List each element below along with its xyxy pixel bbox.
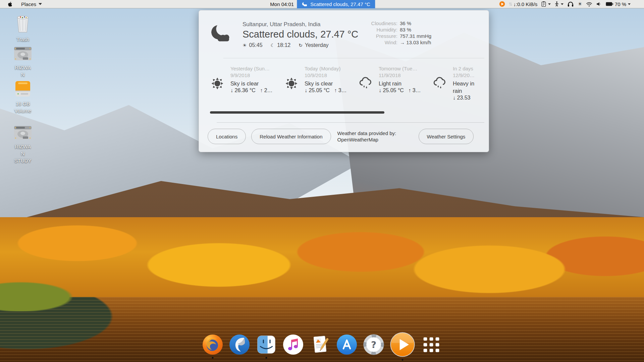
battery-menu[interactable]: 70 % [606,1,631,7]
trash-icon [14,15,32,34]
dock-item-firefox[interactable] [202,335,223,356]
dock-item-media-player[interactable] [390,333,415,358]
detail-value: → 13.03 km/h [400,40,431,46]
forecast-day-label: In 2 days [453,65,482,72]
forecast-day-today: Today (Monday) 10/9/2018 Sky is clear ↓ … [284,65,358,110]
accessibility-menu[interactable] [554,1,564,7]
popup-footer: Locations Reload Weather Information Wea… [208,128,485,144]
locations-button[interactable]: Locations [208,129,246,144]
forecast-row: Yesterday (Sun… 9/9/2018 Sky is clear ↓ … [210,65,489,110]
last-refresh-label: Yesterday [305,42,329,48]
forecast-day-label: Tomorrow (Tue… [379,65,421,72]
desktop-icon-label: Trash [16,36,29,43]
forecast-day-yesterday: Yesterday (Sun… 9/9/2018 Sky is clear ↓ … [210,65,284,110]
net-speed-indicator[interactable]: ⇅ ↓:0.0 KiB/s [509,1,538,7]
clipboard-menu[interactable] [541,1,551,7]
detail-value: 757.31 mmHg [400,33,431,39]
finder-icon [256,335,276,356]
desktop-icon-label: RIZWA [14,143,32,150]
detail-label: Cloudiness: [346,20,397,26]
provider-credit: Weather data provided by: OpenWeatherMap [337,130,419,143]
music-icon [282,334,304,357]
detail-label: Wind: [346,40,397,46]
forecast-condition: Sky is clear [230,80,273,87]
sun-times-row: ☀ 05:45 ☾ 18:12 ↻ Yesterday [243,42,358,48]
forecast-date: 11/9/2018 [379,72,421,79]
desktop-icon-rizwan[interactable]: RIZWA N [5,46,41,78]
media-indicator-icon[interactable] [499,1,505,7]
apple-menu[interactable] [6,0,14,8]
desktop-icon-rizwan-study[interactable]: RIZWA N STUDY [5,125,41,164]
desktop-icon-label: Volume [14,107,31,114]
footer-divider [217,122,484,123]
sunrise-group: ☀ 05:45 [243,42,263,48]
desktop-icon-trash[interactable]: Trash [5,15,41,43]
forecast-condition: Heavy in rain [453,80,482,95]
weather-header: Sultanpur, Uttar Pradesh, India Scattere… [243,21,358,48]
menubar-center: Mon 04:01 Scattered clouds, 27.47 °C [270,0,375,8]
chevron-down-icon [561,3,564,5]
header-divider [223,58,484,58]
weather-indicator-label: Scattered clouds, 27.47 °C [310,1,370,7]
net-speed-label: ↓:0.0 KiB/s [514,1,538,7]
dock-item-help[interactable]: ? [363,335,384,356]
forecast-day-label: Yesterday (Sun… [230,65,273,72]
places-menu[interactable]: Places [17,0,46,8]
detail-value: 36 % [400,20,431,26]
sunset-time: 18:12 [277,42,290,48]
sunset-moon-icon: ☾ [271,43,275,48]
headphones-icon[interactable] [567,1,574,7]
volume-icon[interactable] [596,1,602,7]
forecast-temps: ↓ 26.36 °C ↑ 2… [230,87,273,94]
eagle-browser-icon [229,334,250,357]
clear-sky-icon [284,76,299,110]
dock-item-pages[interactable] [309,335,331,356]
hard-drive-icon [13,125,32,141]
reload-weather-button[interactable]: Reload Weather Information [251,129,331,144]
svg-text:?: ? [371,340,376,350]
desktop-icon-label: N [15,71,31,78]
weather-location: Sultanpur, Uttar Pradesh, India [243,21,358,28]
wifi-icon[interactable] [586,2,592,7]
menubar-left: Places [0,0,46,8]
forecast-day-label: Today (Monday) [305,65,347,72]
desktop-icon-label: RIZWA [15,64,31,71]
desktop-icon-16gb-volume[interactable]: 16 GB Volume [5,80,41,114]
detail-label: Pressure: [346,33,397,39]
refresh-icon: ↻ [299,43,303,48]
dock: ? [0,333,644,358]
dock-item-eagle-browser[interactable] [229,335,250,356]
forecast-date: 12/9/20… [453,72,482,79]
refresh-group[interactable]: ↻ Yesterday [299,42,328,48]
clock[interactable]: Mon 04:01 [270,1,294,7]
chevron-down-icon [628,3,631,5]
clear-sky-icon [210,76,225,110]
rain-cloud-icon [358,76,373,110]
provider-line1: Weather data provided by: [337,130,419,136]
dock-item-app-store[interactable] [336,335,358,356]
help-lifesaver-icon: ? [363,334,384,356]
forecast-date: 9/9/2018 [230,72,273,79]
dock-item-files[interactable] [256,335,277,356]
accessibility-person-icon [554,1,559,7]
battery-icon [606,2,613,6]
places-label: Places [21,1,36,7]
app-grid-icon [422,336,440,355]
clipboard-icon [541,1,546,7]
rain-cloud-icon [432,76,447,110]
moon-cloud-icon [302,2,308,7]
play-button-icon [390,332,415,359]
weather-indicator-button[interactable]: Scattered clouds, 27.47 °C [297,0,375,8]
dock-item-music[interactable] [282,335,304,356]
apple-logo-icon [7,1,12,7]
detail-label: Humidity: [346,27,397,33]
dock-item-app-launcher[interactable] [421,335,442,356]
moon-cloud-icon [210,24,231,44]
wallpaper-reeds [0,275,103,311]
weather-settings-button[interactable]: Weather Settings [419,129,474,144]
updown-arrows-icon: ⇅ [509,2,512,7]
menubar-right: ⇅ ↓:0.0 KiB/s ☀ 70 % [499,0,644,8]
forecast-temps: ↓ 25.05 °C ↑ 3… [305,87,347,94]
forecast-scrollbar[interactable] [210,111,384,114]
brightness-icon[interactable]: ☀ [578,1,582,7]
